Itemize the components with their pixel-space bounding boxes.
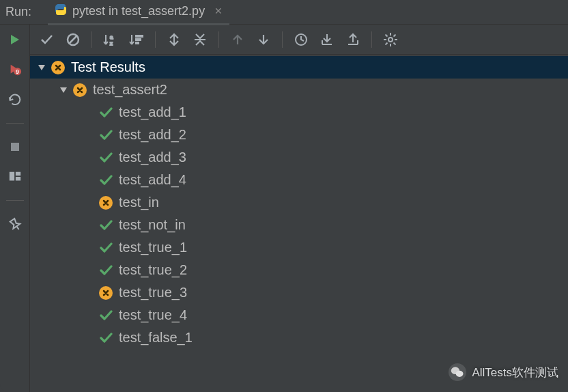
check-icon bbox=[98, 128, 113, 143]
show-ignored-button[interactable] bbox=[61, 29, 85, 50]
import-results-button[interactable] bbox=[315, 29, 339, 50]
tab-title: pytest in test_assert2.py bbox=[72, 4, 205, 18]
warn-icon bbox=[51, 60, 66, 75]
check-icon bbox=[98, 218, 113, 233]
tree-test[interactable]: test_in bbox=[30, 191, 568, 214]
wechat-icon bbox=[449, 363, 466, 381]
tree-test[interactable]: test_add_1 bbox=[30, 101, 568, 124]
export-results-button[interactable] bbox=[341, 29, 365, 50]
tree-test[interactable]: test_true_1 bbox=[30, 236, 568, 259]
sort-alpha-button[interactable] bbox=[99, 29, 122, 50]
node-label: test_add_1 bbox=[119, 104, 186, 120]
stop-button[interactable] bbox=[5, 139, 25, 155]
next-failed-button[interactable] bbox=[252, 29, 275, 50]
tree-test[interactable]: test_false_1 bbox=[30, 326, 568, 349]
node-label: test_true_4 bbox=[119, 307, 187, 323]
check-icon bbox=[98, 263, 113, 278]
tree-root[interactable]: Test Results bbox=[30, 56, 568, 79]
node-label: Test Results bbox=[71, 59, 145, 75]
check-icon bbox=[98, 308, 113, 323]
pin-button[interactable] bbox=[5, 216, 25, 232]
node-label: test_not_in bbox=[119, 217, 186, 233]
tree-test[interactable]: test_not_in bbox=[30, 214, 568, 236]
tree-test[interactable]: test_true_4 bbox=[30, 304, 568, 326]
node-label: test_false_1 bbox=[119, 330, 193, 346]
close-icon[interactable]: ✕ bbox=[214, 5, 223, 16]
check-icon bbox=[98, 150, 113, 165]
settings-button[interactable] bbox=[379, 29, 402, 50]
node-label: test_assert2 bbox=[93, 82, 167, 98]
tree-test[interactable]: test_add_4 bbox=[30, 169, 568, 191]
node-label: test_in bbox=[119, 195, 159, 210]
toggle-autotest-button[interactable] bbox=[5, 92, 25, 108]
warn-icon bbox=[72, 83, 87, 98]
check-icon bbox=[98, 240, 113, 255]
gutter bbox=[0, 25, 30, 392]
prev-failed-button[interactable] bbox=[226, 29, 249, 50]
separator bbox=[6, 200, 24, 201]
node-label: test_add_2 bbox=[119, 127, 186, 143]
node-label: test_add_4 bbox=[119, 172, 186, 188]
tree-test[interactable]: test_add_3 bbox=[30, 146, 568, 169]
test-history-button[interactable] bbox=[289, 29, 313, 50]
check-icon bbox=[98, 331, 113, 346]
check-icon bbox=[98, 105, 113, 120]
node-label: test_true_1 bbox=[119, 240, 187, 255]
sort-duration-button[interactable] bbox=[125, 29, 148, 50]
expand-all-button[interactable] bbox=[162, 29, 186, 50]
rerun-failed-button[interactable] bbox=[5, 61, 25, 78]
show-passed-button[interactable] bbox=[36, 29, 59, 50]
separator bbox=[6, 123, 24, 124]
warn-icon bbox=[98, 195, 113, 210]
chevron-down-icon[interactable] bbox=[57, 84, 70, 96]
python-icon bbox=[55, 3, 67, 19]
chevron-down-icon[interactable] bbox=[36, 61, 48, 74]
collapse-all-button[interactable] bbox=[188, 29, 212, 50]
node-label: test_add_3 bbox=[119, 150, 186, 165]
warn-icon bbox=[98, 285, 113, 300]
run-config-tab[interactable]: pytest in test_assert2.py ✕ bbox=[48, 0, 229, 25]
check-icon bbox=[98, 173, 113, 188]
run-button[interactable] bbox=[5, 31, 25, 48]
tree-test[interactable]: test_true_2 bbox=[30, 259, 568, 281]
test-toolbar bbox=[30, 25, 568, 55]
tree-module[interactable]: test_assert2 bbox=[30, 79, 568, 101]
watermark: AllTests软件测试 bbox=[449, 363, 558, 381]
node-label: test_true_2 bbox=[119, 262, 187, 278]
tree-test[interactable]: test_add_2 bbox=[30, 124, 568, 146]
node-label: test_true_3 bbox=[119, 285, 187, 300]
layout-button[interactable] bbox=[5, 169, 25, 185]
tree-test[interactable]: test_true_3 bbox=[30, 281, 568, 304]
watermark-text: AllTests软件测试 bbox=[472, 365, 558, 380]
run-header: Run: pytest in test_assert2.py ✕ bbox=[0, 0, 568, 25]
run-label: Run: bbox=[4, 5, 36, 19]
test-tree[interactable]: Test Resultstest_assert2test_add_1test_a… bbox=[30, 55, 568, 392]
